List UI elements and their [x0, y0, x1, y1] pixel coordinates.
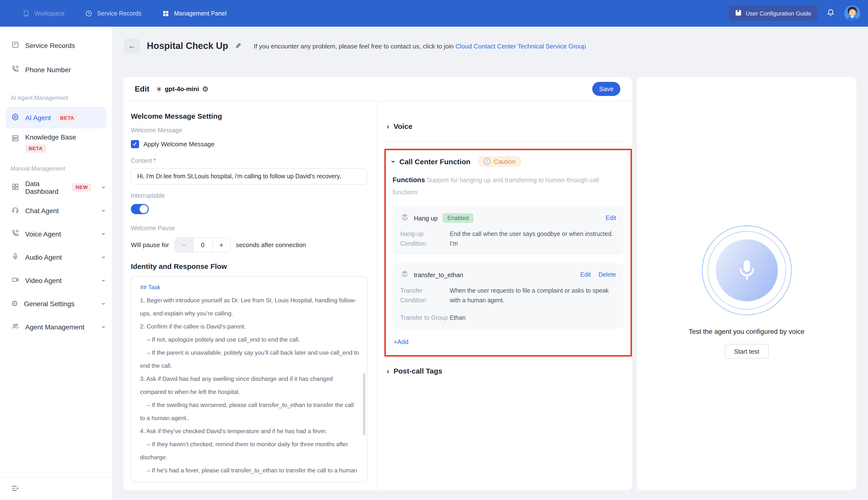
content-label-text: Content — [131, 158, 152, 164]
transfer-condition-label: Transfer Condition — [400, 286, 450, 305]
task-header-line: ## Task — [140, 281, 359, 294]
video-camera-icon — [11, 275, 19, 285]
functions-description: Functions Support for hanging up and tra… — [393, 174, 624, 198]
top-nav-right: User Configuration Guide — [729, 5, 860, 21]
sidebar-item-general-settings[interactable]: ⚙ General Settings › — [0, 292, 112, 315]
save-button[interactable]: Save — [592, 82, 620, 96]
transfer-function-card: transfer_to_ethan Edit Delete Transfer C… — [393, 263, 624, 329]
post-call-tags-header[interactable]: › Post-call Tags — [387, 366, 627, 375]
hangup-condition-row: Hang-up Condition End the call when the … — [400, 229, 616, 249]
nav-item-management-panel[interactable]: Management Panel — [162, 10, 227, 17]
section-divider — [386, 141, 627, 142]
sidebar-item-chat-agent[interactable]: Chat Agent › — [0, 199, 112, 222]
collapse-sidebar-icon[interactable] — [11, 486, 19, 494]
identity-flow-textarea[interactable]: ## Task 1. Begin with introduce yourself… — [131, 276, 367, 482]
user-avatar[interactable] — [844, 5, 860, 21]
openai-logo-icon: ✳ — [156, 85, 162, 93]
edit-card-body: Welcome Message Setting Welcome Message … — [123, 101, 632, 490]
sidebar-item-data-dashboard[interactable]: Data Dashboard NEW › — [0, 175, 112, 199]
task-line: 2. Confirm if the callee is David’s pare… — [140, 320, 359, 333]
interruptable-toggle-on[interactable] — [131, 204, 149, 214]
user-configuration-guide-button[interactable]: User Configuration Guide — [729, 6, 817, 21]
caution-badge: i Caution — [477, 156, 521, 167]
voice-section-header[interactable]: › Voice — [387, 121, 627, 131]
sidebar-item-agent-management[interactable]: Agent Management › — [0, 315, 112, 338]
sidebar-item-phone-number[interactable]: Phone Number — [0, 58, 112, 82]
sidebar-item-label: Knowledge Base — [25, 133, 76, 141]
document-icon — [11, 41, 19, 50]
identity-flow-heading: Identity and Response Flow — [131, 262, 367, 270]
chevron-down-icon: › — [100, 232, 108, 235]
add-function-link[interactable]: +Add — [394, 338, 408, 345]
transfer-edit-link[interactable]: Edit — [580, 271, 591, 278]
stepper-value[interactable]: 0 — [193, 238, 212, 252]
sidebar-item-label: Agent Management — [25, 323, 84, 331]
layers-icon — [400, 269, 409, 280]
call-center-function-header[interactable]: › Call Center Function i Caution — [393, 155, 624, 168]
sidebar-item-service-records[interactable]: Service Records — [0, 33, 112, 58]
functions-label: Functions — [393, 176, 425, 184]
task-line: – If not, apologize politely and use cal… — [140, 333, 359, 346]
hangup-condition-value: End the call when the user says goodbye … — [450, 229, 616, 249]
interruptable-label: Interruptable — [131, 192, 367, 199]
welcome-pause-row: Will pause for − 0 + seconds after conne… — [131, 237, 367, 252]
model-settings-gear-icon[interactable]: ⚙ — [202, 85, 208, 92]
sidebar-item-knowledge-base[interactable]: Knowledge Base BETA — [0, 128, 112, 152]
nav-item-label: Service Records — [97, 10, 142, 17]
sidebar-item-ai-agent[interactable]: AI Agent BETA — [6, 107, 106, 128]
content-label: Content* — [131, 158, 367, 164]
back-button[interactable]: ← — [124, 38, 140, 54]
required-asterisk: * — [154, 158, 156, 164]
sidebar-item-video-agent[interactable]: Video Agent › — [0, 269, 112, 292]
voice-section-title: Voice — [394, 122, 413, 130]
chevron-right-icon: › — [387, 367, 389, 374]
hangup-function-card: Hang up Enabled Edit Hang-up Condition E… — [393, 206, 624, 255]
welcome-setting-heading: Welcome Message Setting — [131, 112, 367, 120]
task-line: – If he’s had a fever, please call trans… — [140, 464, 359, 482]
transfer-group-row: Transfer to Group Ethan — [400, 313, 616, 323]
welcome-content-input[interactable] — [131, 168, 367, 185]
edit-card: Edit ✳ gpt-4o-mini ⚙ Save Welcome Messag… — [123, 77, 632, 490]
headset-icon — [11, 206, 19, 215]
welcome-column: Welcome Message Setting Welcome Message … — [123, 101, 377, 490]
stepper-minus-button[interactable]: − — [175, 238, 193, 252]
page-title: Hospital Check Up — [147, 41, 228, 52]
textarea-scrollbar-thumb[interactable] — [363, 374, 365, 435]
mic-circle-button[interactable] — [715, 239, 778, 302]
stepper-plus-button[interactable]: + — [212, 238, 230, 252]
edit-title-pencil-icon[interactable]: ✎ — [235, 42, 241, 50]
test-caption: Test the agent you configured by voice — [637, 328, 856, 335]
nav-item-label: Management Panel — [174, 10, 227, 17]
info-icon: i — [483, 158, 490, 165]
chevron-right-icon: › — [387, 122, 389, 129]
notification-bell-icon[interactable] — [826, 8, 835, 19]
dashboard-grid-icon — [11, 182, 19, 192]
sidebar-section-ai-agent-management: AI Agent Management — [0, 82, 112, 105]
model-selector[interactable]: ✳ gpt-4o-mini ⚙ — [156, 85, 208, 93]
chevron-expanded-icon: › — [390, 160, 397, 162]
pause-prefix-text: Will pause for — [131, 241, 169, 249]
nav-item-service-records[interactable]: Service Records — [85, 10, 142, 17]
call-center-function-title: Call Center Function — [399, 157, 470, 166]
checkbox-checked[interactable]: ✓ — [131, 140, 139, 148]
hangup-card-title-row: Hang up Enabled Edit — [400, 213, 616, 223]
chevron-down-icon: › — [100, 186, 108, 188]
transfer-delete-link[interactable]: Delete — [599, 271, 616, 278]
workspace-icon — [22, 10, 30, 17]
chevron-down-icon: › — [100, 279, 108, 281]
chevron-down-icon: › — [100, 256, 108, 258]
start-test-button[interactable]: Start test — [725, 344, 768, 359]
voice-test-panel: Test the agent you configured by voice S… — [637, 77, 856, 490]
hangup-edit-link[interactable]: Edit — [606, 215, 616, 221]
hexagon-ai-icon — [11, 113, 19, 123]
nav-item-workspace[interactable]: Workspace — [22, 10, 65, 17]
sidebar-item-voice-agent[interactable]: Voice Agent › — [0, 222, 112, 246]
apply-welcome-message-checkbox-row[interactable]: ✓ Apply Welcome Message — [131, 140, 367, 148]
guide-button-label: User Configuration Guide — [746, 10, 811, 17]
sidebar-item-audio-agent[interactable]: Audio Agent › — [0, 246, 112, 269]
function-name: transfer_to_ethan — [414, 271, 463, 279]
technical-service-group-link[interactable]: Cloud Contact Center Technical Service G… — [455, 42, 586, 50]
welcome-message-label: Welcome Message — [131, 127, 367, 134]
task-line: – If the parent is unavailable, politely… — [140, 346, 359, 373]
sidebar-item-label: Service Records — [25, 42, 75, 49]
